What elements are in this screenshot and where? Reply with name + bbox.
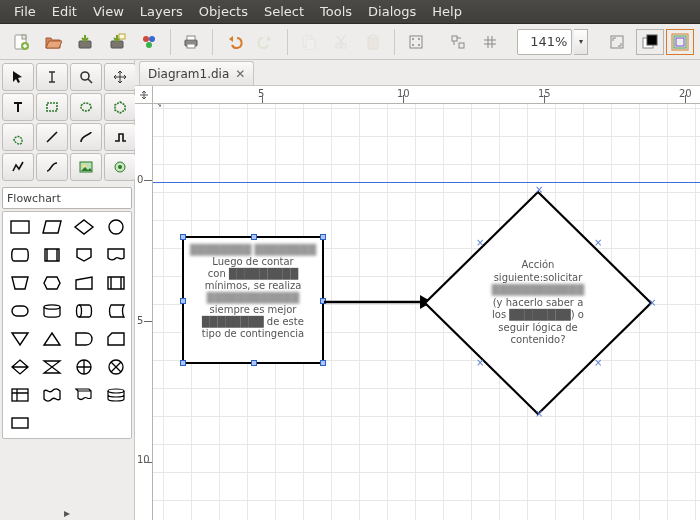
ruler-vertical[interactable]: 0 5 10 (135, 104, 153, 520)
shape-category-dropdown[interactable]: Flowchart (2, 187, 132, 209)
fullscreen-button[interactable] (602, 27, 632, 57)
shape-stored-data[interactable] (101, 298, 131, 324)
new-file-button[interactable] (6, 27, 36, 57)
open-file-button[interactable] (38, 27, 68, 57)
svg-point-22 (418, 44, 420, 46)
menu-select[interactable]: Select (256, 4, 312, 19)
tool-line[interactable] (36, 123, 68, 151)
foreground-color-well[interactable] (636, 29, 664, 55)
shape-database[interactable] (101, 382, 131, 408)
shape-extract[interactable] (37, 326, 67, 352)
tool-box[interactable] (36, 93, 68, 121)
export-button[interactable] (134, 27, 164, 57)
svg-rect-32 (47, 103, 57, 111)
tool-zigzag[interactable] (104, 123, 136, 151)
shape-manual-input[interactable] (69, 270, 99, 296)
ruler-origin[interactable] (135, 86, 153, 104)
svg-point-46 (108, 389, 124, 393)
shape-delay[interactable] (69, 326, 99, 352)
menu-view[interactable]: View (85, 4, 132, 19)
shape-manual-op[interactable] (5, 270, 35, 296)
shape-sum[interactable] (101, 354, 131, 380)
tool-beziergon[interactable] (2, 123, 34, 151)
tool-outline[interactable] (104, 153, 136, 181)
print-button[interactable] (177, 27, 207, 57)
tab-diagram1[interactable]: Diagram1.dia ✕ (139, 61, 254, 85)
cut-button[interactable] (326, 27, 356, 57)
svg-rect-11 (187, 44, 195, 48)
shape-parallelogram[interactable] (37, 214, 67, 240)
svg-point-15 (342, 43, 346, 47)
shape-collate[interactable] (37, 354, 67, 380)
zoom-display[interactable]: 141% (517, 29, 573, 55)
tool-bezier[interactable] (36, 153, 68, 181)
flowchart-arrow[interactable] (324, 292, 434, 315)
snap-grid-button[interactable] (401, 27, 431, 57)
ruler-horizontal[interactable]: 5 10 15 20 (153, 86, 700, 104)
tool-polygon[interactable] (104, 93, 136, 121)
tool-text[interactable] (2, 93, 34, 121)
svg-rect-38 (11, 221, 29, 233)
close-tab-icon[interactable]: ✕ (235, 67, 245, 81)
canvas-wrap: 5 10 15 20 0 5 10 ⤡ ████████ ████████ Lu… (135, 86, 700, 520)
shape-predefined[interactable] (101, 270, 131, 296)
show-grid-button[interactable] (475, 27, 505, 57)
tool-image[interactable] (70, 153, 102, 181)
zoom-stepper[interactable]: ▾ (574, 29, 588, 55)
shape-or[interactable] (69, 354, 99, 380)
menu-layers[interactable]: Layers (132, 4, 191, 19)
shape-preparation[interactable] (37, 270, 67, 296)
copy-button[interactable] (294, 27, 324, 57)
shape-internal[interactable] (5, 382, 35, 408)
shape-process[interactable] (5, 214, 35, 240)
shape-connector[interactable] (101, 214, 131, 240)
tool-polyline[interactable] (2, 153, 34, 181)
menu-tools[interactable]: Tools (312, 4, 360, 19)
tool-ellipse[interactable] (70, 93, 102, 121)
shape-drum[interactable] (69, 298, 99, 324)
shape-tape[interactable] (37, 382, 67, 408)
tool-arc[interactable] (70, 123, 102, 151)
redo-button[interactable] (251, 27, 281, 57)
svg-point-20 (418, 38, 420, 40)
undo-button[interactable] (219, 27, 249, 57)
tool-text-edit[interactable] (36, 63, 68, 91)
shape-display[interactable] (5, 242, 35, 268)
paste-button[interactable] (358, 27, 388, 57)
pattern-color-well[interactable] (666, 29, 694, 55)
menu-objects[interactable]: Objects (191, 4, 256, 19)
guide-line[interactable] (153, 182, 700, 183)
tool-pointer[interactable] (2, 63, 34, 91)
save-button[interactable] (70, 27, 100, 57)
palette-expand-icon[interactable]: ▸ (0, 506, 134, 520)
svg-point-33 (81, 103, 91, 111)
menu-dialogs[interactable]: Dialogs (360, 4, 424, 19)
shape-category-label: Flowchart (7, 192, 61, 205)
menubar: File Edit View Layers Objects Select Too… (0, 0, 700, 24)
shape-card[interactable] (101, 326, 131, 352)
flowchart-decision-shape[interactable]: Acción siguiente:solicitar ████████████ … (423, 190, 653, 419)
shape-terminal[interactable] (5, 298, 35, 324)
shape-document[interactable] (101, 242, 131, 268)
shape-disk[interactable] (37, 298, 67, 324)
canvas[interactable]: ⤡ ████████ ████████ Luego de contar con … (153, 104, 700, 520)
flowchart-process-shape[interactable]: ████████ ████████ Luego de contar con ██… (182, 236, 324, 364)
tool-magnify[interactable] (70, 63, 102, 91)
main-toolbar: 141% ▾ (0, 24, 700, 60)
save-as-button[interactable] (102, 27, 132, 57)
shape-multidoc[interactable] (69, 382, 99, 408)
shape-sort[interactable] (5, 354, 35, 380)
tool-scroll[interactable] (104, 63, 136, 91)
svg-rect-5 (119, 34, 125, 39)
svg-point-37 (118, 165, 122, 169)
shape-datasrc[interactable] (5, 410, 35, 436)
shape-transaction[interactable] (37, 242, 67, 268)
menu-help[interactable]: Help (424, 4, 470, 19)
shape-offpage[interactable] (69, 242, 99, 268)
snap-object-button[interactable] (443, 27, 473, 57)
shape-decision[interactable] (69, 214, 99, 240)
menu-edit[interactable]: Edit (44, 4, 85, 19)
menu-file[interactable]: File (6, 4, 44, 19)
shape-merge[interactable] (5, 326, 35, 352)
svg-point-19 (412, 38, 414, 40)
